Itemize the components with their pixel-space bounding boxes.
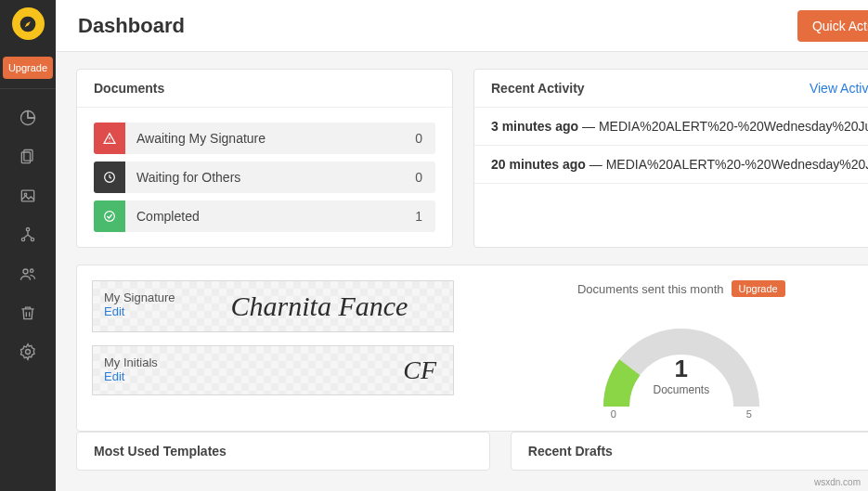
nav-documents[interactable]: [0, 137, 56, 176]
svg-point-10: [26, 350, 31, 355]
view-activity-log-link[interactable]: View Activity Log: [810, 81, 868, 96]
nav-trash[interactable]: [0, 293, 56, 332]
status-label: Waiting for Others: [125, 170, 402, 185]
row-top: Documents Awaiting My Signature 0: [76, 69, 868, 248]
drafts-heading: Recent Drafts: [512, 433, 868, 470]
activity-title: MEDIA%20ALERT%20-%20Wednesday%20June…: [599, 119, 868, 134]
activity-item[interactable]: 20 minutes ago — MEDIA%20ALERT%20-%20Wed…: [474, 146, 868, 184]
sidebar-divider: [0, 88, 56, 89]
sidebar: Upgrade: [0, 0, 56, 491]
svg-point-12: [105, 212, 115, 222]
documents-heading: Documents: [77, 70, 452, 108]
branch-icon: [19, 226, 37, 244]
status-row-completed[interactable]: Completed 1: [94, 200, 435, 232]
edit-signature-link[interactable]: Edit: [104, 304, 188, 318]
gauge-heading: Documents sent this month: [577, 282, 724, 296]
gauge-value: 1: [589, 355, 774, 383]
gauge-heading-row: Documents sent this month Upgrade: [577, 280, 785, 297]
initials-value: CF: [197, 355, 442, 385]
svg-rect-2: [21, 152, 30, 163]
edit-initials-link[interactable]: Edit: [104, 369, 188, 383]
clock-icon: [94, 162, 125, 193]
gauge-min: 0: [611, 408, 616, 420]
gauge-area: Documents sent this month Upgrade 1 Docu…: [454, 280, 868, 416]
check-circle-icon: [94, 200, 125, 232]
initials-box: My Initials Edit CF: [92, 345, 454, 395]
nav-dashboard[interactable]: [0, 98, 56, 137]
signature-panel: My Signature Edit Charnita Fance My Init…: [76, 265, 868, 432]
signature-label: My Signature: [104, 291, 188, 304]
status-label: Completed: [125, 209, 402, 224]
activity-item[interactable]: 3 minutes ago — MEDIA%20ALERT%20-%20Wedn…: [474, 108, 868, 146]
documents-panel: Documents Awaiting My Signature 0: [76, 69, 453, 248]
status-count: 0: [402, 131, 435, 146]
nav-settings[interactable]: [0, 332, 56, 371]
status-count: 0: [402, 170, 435, 185]
nav-team[interactable]: [0, 254, 56, 293]
activity-sep: —: [586, 157, 606, 172]
gauge-center: 1 Documents: [589, 355, 774, 396]
pie-chart-icon: [19, 109, 37, 127]
status-row-awaiting[interactable]: Awaiting My Signature 0: [94, 123, 435, 154]
signature-boxes: My Signature Edit Charnita Fance My Init…: [92, 280, 454, 416]
activity-panel: Recent Activity View Activity Log 3 minu…: [473, 69, 868, 248]
activity-sep: —: [578, 119, 599, 134]
initials-label: My Initials: [104, 355, 188, 369]
gauge-caption: Documents: [589, 383, 774, 396]
quick-actions-label: Quick Actions: [812, 19, 868, 33]
row-bottom: Most Used Templates Recent Drafts: [76, 432, 868, 471]
svg-rect-1: [24, 150, 32, 162]
nav-integrations[interactable]: [0, 215, 56, 254]
signature-value: Charnita Fance: [197, 291, 442, 322]
gear-icon: [19, 342, 37, 361]
drafts-panel: Recent Drafts: [511, 432, 868, 471]
trash-icon: [19, 304, 37, 322]
alert-icon: [94, 123, 125, 154]
app-logo[interactable]: [12, 7, 45, 40]
main: Dashboard Quick Actions Documents Awaiti: [56, 0, 868, 491]
activity-head: Recent Activity View Activity Log: [474, 70, 868, 108]
status-row-waiting[interactable]: Waiting for Others 0: [94, 162, 435, 193]
activity-heading: Recent Activity: [491, 81, 585, 96]
gauge-upgrade-badge[interactable]: Upgrade: [732, 280, 785, 297]
svg-point-7: [31, 238, 33, 240]
signature-box: My Signature Edit Charnita Fance: [92, 280, 454, 332]
activity-time: 20 minutes ago: [491, 157, 586, 172]
topbar: Dashboard Quick Actions: [56, 0, 868, 52]
gauge-chart: 1 Documents 0 5: [589, 304, 774, 416]
svg-point-8: [23, 269, 28, 274]
documents-body: Awaiting My Signature 0 Waiting for Othe…: [77, 108, 452, 247]
gauge-max: 5: [746, 408, 752, 420]
svg-rect-3: [21, 190, 33, 201]
team-icon: [19, 265, 37, 283]
templates-heading: Most Used Templates: [77, 433, 489, 470]
svg-point-6: [21, 238, 24, 240]
nav-templates[interactable]: [0, 176, 56, 215]
status-label: Awaiting My Signature: [125, 131, 402, 146]
status-count: 1: [402, 209, 435, 224]
content: Documents Awaiting My Signature 0: [56, 52, 868, 491]
templates-panel: Most Used Templates: [76, 432, 490, 471]
quick-actions-button[interactable]: Quick Actions: [797, 10, 868, 42]
activity-title: MEDIA%20ALERT%20-%20Wednesday%20June…: [606, 157, 868, 172]
svg-point-9: [31, 269, 33, 272]
compass-icon: [19, 15, 37, 33]
activity-time: 3 minutes ago: [491, 119, 578, 134]
svg-point-5: [26, 228, 29, 231]
image-icon: [19, 187, 37, 205]
gauge-ticks: 0 5: [589, 408, 774, 420]
page-title: Dashboard: [78, 14, 185, 38]
documents-icon: [19, 148, 37, 166]
sidebar-upgrade-button[interactable]: Upgrade: [3, 57, 53, 79]
